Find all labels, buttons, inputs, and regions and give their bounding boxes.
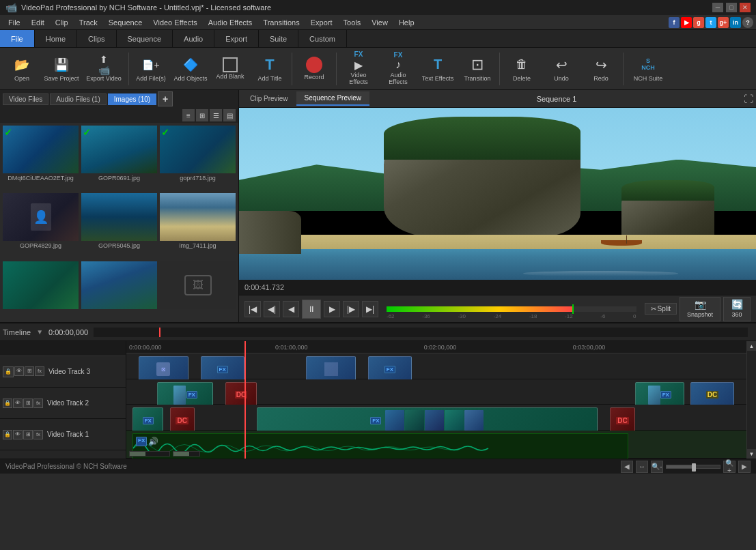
media-item-4[interactable]: 👤 GOPR4829.jpg xyxy=(3,193,79,258)
track1-fx-btn[interactable]: fx xyxy=(33,430,43,439)
googleplus-icon[interactable]: g xyxy=(693,17,704,28)
menu-sequence[interactable]: Sequence xyxy=(103,17,148,28)
track1-type-btn[interactable]: ⊞ xyxy=(23,430,33,439)
clip-video2-2[interactable]: DC xyxy=(225,382,256,408)
record-button[interactable]: Record xyxy=(295,50,333,88)
add-title-button[interactable]: T Add Title xyxy=(251,50,289,88)
undo-button[interactable]: ↩ Undo xyxy=(542,50,580,88)
add-blank-button[interactable]: Add Blank xyxy=(211,50,249,88)
volume-bar[interactable]: -62-36-30-24-18-12-60 xyxy=(387,306,636,312)
add-media-button[interactable]: + xyxy=(158,91,173,106)
track3-fx-btn[interactable]: fx xyxy=(35,366,44,376)
export-video-button[interactable]: ⬆📹 Export Video xyxy=(82,50,126,88)
clip-video1-2[interactable]: DC xyxy=(170,407,195,433)
go-start-button[interactable]: |◀ xyxy=(244,301,261,317)
add-objects-button[interactable]: 🔷 Add Objects xyxy=(171,50,210,88)
play-pause-button[interactable]: ⏸ xyxy=(302,300,321,319)
tab-file[interactable]: File xyxy=(0,30,35,47)
media-item-2[interactable]: ✓ GOPR0691.jpg xyxy=(81,126,157,190)
clip-video1-1[interactable]: FX xyxy=(132,407,163,433)
timeline-zoom-in-btn[interactable]: 🔍+ xyxy=(723,461,736,473)
media-item-6[interactable]: img_7411.jpg xyxy=(160,193,236,258)
clip-video3-2[interactable]: FX xyxy=(201,356,244,382)
track3-mute-btn[interactable]: 🔒 xyxy=(3,366,14,377)
menu-edit[interactable]: Edit xyxy=(26,17,50,28)
clip-video2-1[interactable]: FX xyxy=(157,382,213,408)
menu-view[interactable]: View xyxy=(366,17,393,28)
snapshot-button[interactable]: 📷 Snapshot xyxy=(680,297,720,321)
media-item-1[interactable]: ✓ DMqt6CiUEAAO2ET.jpg xyxy=(3,126,79,190)
tab-clips[interactable]: Clips xyxy=(77,30,116,47)
media-item-8[interactable] xyxy=(81,261,157,319)
scroll-down-btn[interactable]: ▼ xyxy=(747,449,756,459)
scroll-up-btn[interactable]: ▲ xyxy=(747,341,756,351)
view-details-button[interactable]: ▤ xyxy=(223,109,236,121)
clip-video2-4[interactable]: DC xyxy=(690,382,734,408)
tab-suite[interactable]: Suite xyxy=(259,30,298,47)
linkedin-icon[interactable]: in xyxy=(730,17,741,28)
timeline-zoom-fit-btn[interactable]: ↔ xyxy=(636,461,648,473)
view-grid-button[interactable]: ⊞ xyxy=(196,109,208,121)
media-item-3[interactable]: ✓ gopr4718.jpg xyxy=(160,126,236,190)
menu-file[interactable]: File xyxy=(3,17,26,28)
media-item-7[interactable] xyxy=(3,261,79,319)
menu-clip[interactable]: Clip xyxy=(50,17,74,28)
split-button[interactable]: ✂ Split xyxy=(645,303,677,315)
menu-help[interactable]: Help xyxy=(393,17,420,28)
timeline-scrollbar-v[interactable]: ▲ ▼ xyxy=(746,341,756,459)
step-forward-button[interactable]: ▶ xyxy=(324,301,340,317)
tab-audio-files[interactable]: Audio Files (1) xyxy=(50,93,106,105)
clip-video3-3[interactable] xyxy=(306,356,356,382)
clip-video3-1[interactable]: ⊠ xyxy=(139,356,188,382)
track3-vis-btn[interactable]: 👁 xyxy=(14,366,24,376)
timeline-scroll-left-btn[interactable]: ◀ xyxy=(621,461,633,473)
add-files-button[interactable]: 📄+ Add File(s) xyxy=(132,50,170,88)
save-project-button[interactable]: 💾 Save Project xyxy=(42,50,81,88)
maximize-button[interactable]: □ xyxy=(726,3,737,12)
go-end-button[interactable]: ▶| xyxy=(362,301,378,317)
fullscreen-button[interactable]: ⛶ xyxy=(744,93,753,104)
menu-audio-effects[interactable]: Audio Effects xyxy=(203,17,258,28)
menu-export[interactable]: Export xyxy=(305,17,338,28)
track2-vis-btn[interactable]: 👁 xyxy=(13,399,23,408)
next-forward-button[interactable]: |▶ xyxy=(343,301,359,317)
text-effects-button[interactable]: T Text Effects xyxy=(419,50,457,88)
timeline-zoom-out-btn[interactable]: 🔍- xyxy=(651,461,663,473)
media-item-5[interactable]: GOPR5045.jpg xyxy=(81,193,157,258)
tab-sequence-preview[interactable]: Sequence Preview xyxy=(296,91,369,106)
transition-button[interactable]: ⊡ Transition xyxy=(458,50,496,88)
timeline-scroll-right-btn[interactable]: ▶ xyxy=(738,461,751,473)
view-list-button[interactable]: ☰ xyxy=(210,109,222,121)
media-item-9[interactable]: 🖼 xyxy=(160,261,236,319)
video-effects-button[interactable]: FX ▶ Video Effects xyxy=(339,50,378,88)
menu-video-effects[interactable]: Video Effects xyxy=(148,17,202,28)
close-button[interactable]: ✕ xyxy=(740,3,751,12)
view-sort-button[interactable]: ≡ xyxy=(182,109,195,121)
gplus2-icon[interactable]: g+ xyxy=(718,17,729,28)
step-back-button[interactable]: ◀ xyxy=(283,301,299,317)
youtube-icon[interactable]: ▶ xyxy=(681,17,692,28)
track3-type-btn[interactable]: ⊞ xyxy=(25,366,34,376)
tab-home[interactable]: Home xyxy=(35,30,77,47)
delete-button[interactable]: 🗑 Delete xyxy=(503,50,541,88)
clip-video3-4[interactable]: FX xyxy=(368,356,412,382)
menu-transitions[interactable]: Transitions xyxy=(257,17,305,28)
minimize-button[interactable]: ─ xyxy=(712,3,723,12)
audio-effects-button[interactable]: FX ♪ Audio Effects xyxy=(379,50,417,88)
tab-clip-preview[interactable]: Clip Preview xyxy=(242,92,296,105)
track2-type-btn[interactable]: ⊞ xyxy=(23,399,33,408)
tab-video-files[interactable]: Video Files xyxy=(3,93,48,105)
facebook-icon[interactable]: f xyxy=(669,17,680,28)
audio-waveform[interactable]: FX 🔊 xyxy=(132,433,628,459)
track1-mute-btn[interactable]: 🔒 xyxy=(3,430,12,439)
tab-audio[interactable]: Audio xyxy=(173,30,214,47)
track2-mute-btn[interactable]: 🔒 xyxy=(3,399,12,408)
nch-suite-button[interactable]: SNCH NCH Suite xyxy=(626,50,670,88)
clip-video1-3[interactable]: FX xyxy=(257,407,598,433)
twitter-icon[interactable]: t xyxy=(705,17,716,28)
zoom-slider[interactable] xyxy=(666,465,720,469)
tab-images[interactable]: Images (10) xyxy=(108,93,156,105)
clip-video1-4[interactable]: DC xyxy=(610,407,634,433)
clip-video2-3[interactable]: FX xyxy=(635,382,685,408)
track1-vis-btn[interactable]: 👁 xyxy=(13,430,23,439)
